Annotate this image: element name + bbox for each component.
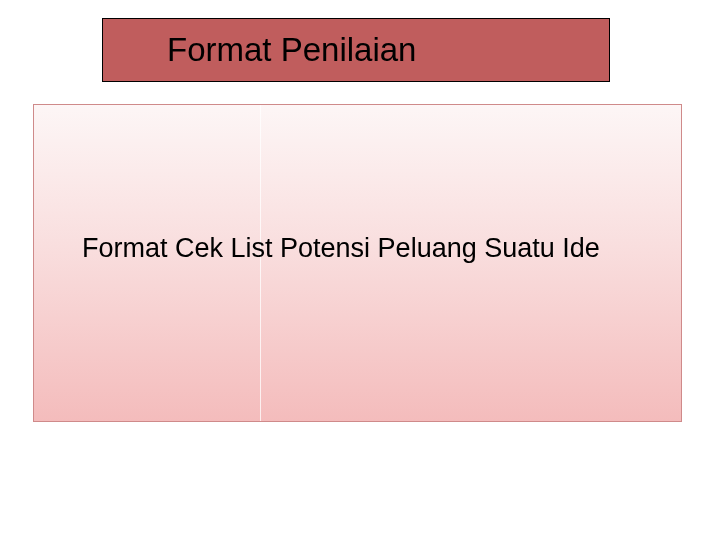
slide-title: Format Penilaian xyxy=(167,31,416,69)
title-box: Format Penilaian xyxy=(102,18,610,82)
slide: Format Penilaian Format Cek List Potensi… xyxy=(0,0,720,540)
content-text: Format Cek List Potensi Peluang Suatu Id… xyxy=(82,233,600,264)
content-box: Format Cek List Potensi Peluang Suatu Id… xyxy=(33,104,682,422)
